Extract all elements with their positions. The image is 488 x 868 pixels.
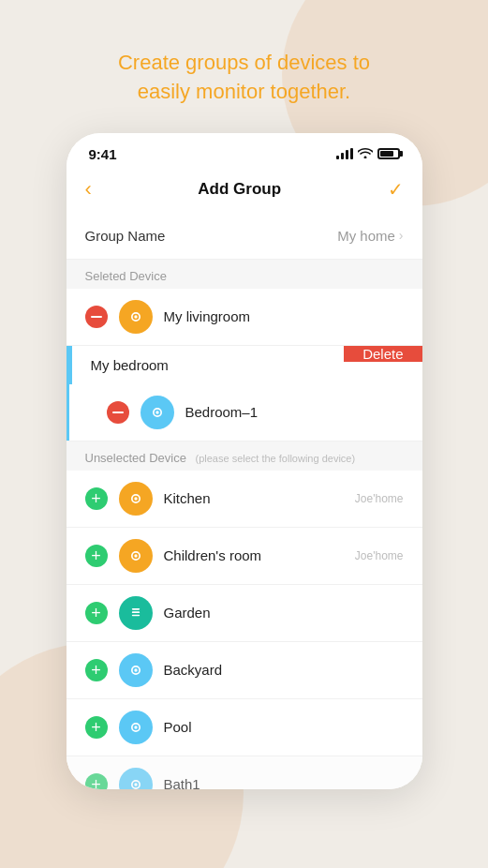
delete-button[interactable]: Delete xyxy=(344,346,421,362)
livingroom-icon xyxy=(119,300,153,334)
status-bar: 9:41 xyxy=(67,133,422,170)
status-icons xyxy=(336,147,400,161)
backyard-name: Backyard xyxy=(164,662,404,678)
bath1-name: Bath1 xyxy=(164,776,404,789)
remove-bedroom1-button[interactable] xyxy=(107,401,129,424)
nav-bar: ‹ Add Group ✓ xyxy=(67,170,422,213)
page-title: Add Group xyxy=(198,180,281,199)
backyard-icon xyxy=(119,653,153,687)
group-name-row[interactable]: Group Name My home › xyxy=(67,213,422,260)
pool-icon xyxy=(119,711,153,744)
bedroom1-icon xyxy=(140,396,174,429)
unselected-section-sublabel: (please select the following device) xyxy=(196,453,356,464)
group-name-value: My home › xyxy=(337,228,403,244)
headline: Create groups of devices to easily monit… xyxy=(81,49,407,107)
battery-fill xyxy=(380,151,393,157)
garden-icon xyxy=(119,596,153,630)
svg-rect-9 xyxy=(131,614,139,616)
svg-point-5 xyxy=(134,497,137,500)
svg-rect-8 xyxy=(131,611,139,613)
bedroom1-name: Bedroom–1 xyxy=(185,404,326,420)
confirm-button[interactable]: ✓ xyxy=(388,178,404,201)
livingroom-name: My livingroom xyxy=(164,308,404,324)
bedroom-header-row: My bedroom xyxy=(69,346,345,384)
add-kitchen-button[interactable]: + xyxy=(85,487,108,510)
svg-point-1 xyxy=(134,315,137,318)
childrens-room-home: Joe'home xyxy=(355,549,404,562)
battery-icon xyxy=(377,148,400,159)
svg-point-7 xyxy=(134,554,137,557)
phone-shell: 9:41 ‹ Add Group xyxy=(67,133,422,789)
add-bath1-button[interactable]: + xyxy=(85,773,108,789)
headline-line2: easily monitor together. xyxy=(138,80,350,103)
bedroom-title: My bedroom xyxy=(91,357,326,373)
add-garden-button[interactable]: + xyxy=(85,602,108,624)
svg-rect-10 xyxy=(131,608,139,610)
wifi-icon xyxy=(358,147,373,161)
kitchen-home: Joe'home xyxy=(355,492,404,505)
backyard-row: + Backyard xyxy=(67,642,422,699)
add-pool-button[interactable]: + xyxy=(85,716,108,739)
garden-row: + Garden xyxy=(67,585,422,642)
childrens-room-name: Children's room xyxy=(164,547,344,563)
group-name-label: Group Name xyxy=(85,228,166,244)
add-childrens-room-button[interactable]: + xyxy=(85,545,108,567)
pool-name: Pool xyxy=(164,719,404,735)
selected-section-label: Seleted Device xyxy=(85,269,167,283)
selected-section-header: Seleted Device xyxy=(67,260,422,289)
svg-point-3 xyxy=(155,411,158,413)
unselected-section-label: Unselected Device xyxy=(85,451,186,465)
signal-icon xyxy=(336,148,353,159)
svg-point-14 xyxy=(134,726,137,728)
status-time: 9:41 xyxy=(89,146,117,162)
group-name-chevron-icon: › xyxy=(399,228,404,243)
garden-name: Garden xyxy=(164,605,404,621)
bedroom-section: My bedroom Bedroom–1 xyxy=(67,346,422,441)
remove-livingroom-button[interactable] xyxy=(85,306,108,328)
back-button[interactable]: ‹ xyxy=(85,177,92,202)
headline-line1: Create groups of devices to xyxy=(118,51,370,74)
svg-point-12 xyxy=(134,668,137,671)
bedroom-device-row: Bedroom–1 xyxy=(69,384,345,441)
bath1-row: + Bath1 xyxy=(67,756,422,789)
kitchen-icon xyxy=(119,482,153,516)
bath1-icon xyxy=(119,768,153,789)
childrens-room-row: + Children's room Joe'home xyxy=(67,528,422,585)
pool-row: + Pool xyxy=(67,699,422,756)
page-wrapper: Create groups of devices to easily monit… xyxy=(0,0,488,868)
group-name-text: My home xyxy=(337,228,395,244)
livingroom-row: My livingroom xyxy=(67,289,422,346)
kitchen-name: Kitchen xyxy=(164,490,344,506)
kitchen-row: + Kitchen Joe'home xyxy=(67,471,422,528)
content-area: Group Name My home › Seleted Device xyxy=(67,213,422,789)
svg-point-16 xyxy=(134,783,137,786)
childrens-room-icon xyxy=(119,539,153,573)
unselected-section-header: Unselected Device (please select the fol… xyxy=(67,441,422,471)
add-backyard-button[interactable]: + xyxy=(85,659,108,681)
